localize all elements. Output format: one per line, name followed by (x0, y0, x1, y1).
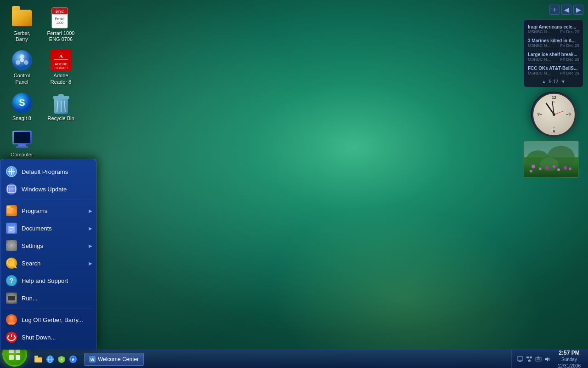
svg-point-6 (20, 54, 24, 59)
menu-item-documents[interactable]: Documents ▶ (0, 219, 96, 237)
welcome-center-icon: W (89, 356, 96, 362)
svg-rect-94 (517, 356, 523, 361)
svg-point-75 (557, 168, 560, 171)
svg-rect-103 (537, 358, 540, 360)
quick-launch-folder[interactable] (34, 354, 44, 364)
menu-item-run[interactable]: Run... (0, 289, 96, 307)
tray-icon-volume[interactable] (544, 356, 551, 363)
tray-icon-monitor[interactable] (516, 356, 524, 363)
tray-icon-network2[interactable] (535, 356, 542, 363)
taskbar-program-welcome-center[interactable]: W Welcome Center (84, 353, 144, 366)
clock-widget: 12 3 6 9 (531, 91, 577, 137)
icon-ferrari-pdf[interactable]: PDF Ferrari 1000 Ferrari 1000ENG 0706 (44, 5, 78, 45)
news-item-3[interactable]: FCC OKs AT&T-BellS... MSNBC N... Fri Dec… (527, 64, 580, 77)
icon-snagit-label: SnagIt 8 (12, 115, 31, 121)
default-programs-icon (6, 166, 17, 177)
widget-next-button[interactable]: ▶ (573, 5, 583, 15)
menu-item-default-programs[interactable]: Default Programs (0, 163, 96, 180)
svg-rect-104 (537, 356, 539, 358)
svg-point-7 (16, 60, 20, 65)
icon-computer[interactable]: Computer (5, 126, 39, 160)
svg-rect-96 (518, 362, 522, 362)
menu-item-help-support[interactable]: ? Help and Support (0, 272, 96, 289)
news-items-container: Iraqi Americans cele... MSNBC N... Fri D… (527, 23, 580, 77)
svg-point-72 (539, 167, 542, 170)
svg-rect-97 (526, 356, 529, 358)
icon-recycle-bin[interactable]: Recycle Bin (44, 90, 78, 124)
adobe-icon: A ADOBE READER (50, 49, 72, 71)
svg-text:S: S (19, 98, 25, 108)
svg-marker-105 (545, 357, 548, 362)
menu-item-settings[interactable]: Settings ▶ (0, 237, 96, 254)
news-source-2: MSNBC N... Fri Dec 29 (528, 57, 579, 62)
news-headline-3: FCC OKs AT&T-BellS... (528, 66, 579, 71)
recycle-bin-icon (50, 92, 72, 114)
start-menu: Default Programs Windows Update (0, 159, 96, 350)
menu-item-windows-update[interactable]: Windows Update (0, 180, 96, 198)
icon-gerber-folder[interactable]: Gerber, Barry (5, 5, 39, 45)
svg-point-69 (547, 146, 575, 169)
svg-text:Ferrari: Ferrari (55, 17, 64, 20)
tray-icon-network[interactable] (526, 356, 533, 363)
svg-rect-50 (8, 300, 15, 301)
svg-text:9: 9 (537, 112, 540, 116)
news-headline-2: Large ice shelf break... (528, 52, 579, 57)
svg-point-76 (564, 166, 567, 170)
shutdown-icon (6, 332, 17, 343)
menu-label-search: Search (22, 260, 90, 267)
control-panel-icon (11, 49, 33, 71)
news-widget: Iraqi Americans cele... MSNBC N... Fri D… (524, 19, 583, 87)
menu-label-run: Run... (22, 295, 90, 302)
svg-line-100 (527, 358, 529, 360)
widget-add-button[interactable]: + (549, 5, 560, 15)
news-source-3: MSNBC N... Fri Dec 29 (528, 71, 579, 75)
menu-item-logoff[interactable]: Log Off Gerber, Barry... (0, 311, 96, 328)
quick-launch-shield[interactable]: ✓ (57, 354, 67, 364)
quick-launch-bar: ✓ e (30, 354, 82, 364)
svg-text:6: 6 (553, 129, 555, 133)
svg-point-70 (540, 157, 559, 171)
news-source-0: MSNBC N... Fri Dec 29 (528, 29, 579, 34)
quick-launch-ie2[interactable]: e (68, 354, 78, 364)
quick-launch-ie[interactable] (45, 354, 55, 364)
svg-line-44 (13, 264, 16, 268)
svg-rect-35 (7, 206, 11, 208)
news-item-1[interactable]: 3 Marines killed in A... MSNBC N... Fri … (527, 36, 580, 50)
desktop-icons: Gerber, Barry PDF Ferrari 1000 Ferrari 1… (5, 5, 78, 160)
menu-item-search[interactable]: Search ▶ (0, 254, 96, 272)
icon-control-panel[interactable]: ControlPanel (5, 47, 39, 87)
pdf-icon: PDF Ferrari 1000 (50, 7, 72, 29)
menu-label-documents: Documents (22, 225, 90, 232)
svg-text:W: W (90, 357, 95, 362)
news-headline-1: 3 Marines killed in A... (528, 38, 579, 43)
icon-snagit[interactable]: S SnagIt 8 (5, 90, 39, 124)
menu-label-settings: Settings (22, 242, 90, 249)
help-support-icon: ? (6, 275, 17, 286)
svg-rect-12 (54, 59, 68, 60)
svg-text:e: e (72, 357, 74, 362)
news-item-2[interactable]: Large ice shelf break... MSNBC N... Fri … (527, 50, 580, 64)
menu-item-programs[interactable]: Programs ▶ (0, 202, 96, 219)
tray-icons (516, 356, 551, 363)
svg-rect-36 (12, 210, 16, 213)
search-icon (6, 258, 17, 269)
menu-item-shutdown[interactable]: Shut Down... (0, 328, 96, 346)
news-item-0[interactable]: Iraqi Americans cele... MSNBC N... Fri D… (527, 23, 580, 36)
icon-adobe-reader[interactable]: A ADOBE READER AdobeReader 8 (44, 47, 78, 87)
logoff-icon (6, 314, 17, 325)
taskbar-program-welcome-label: Welcome Center (98, 356, 139, 362)
svg-text:READER: READER (54, 66, 68, 69)
menu-separator-1 (4, 200, 92, 200)
news-nav-prev[interactable]: ▲ (542, 79, 546, 84)
svg-rect-31 (7, 186, 16, 192)
icon-ferrari-label: Ferrari 1000ENG 0706 (47, 30, 75, 42)
icon-computer-label: Computer (11, 152, 33, 158)
widget-prev-button[interactable]: ◀ (561, 5, 571, 15)
svg-rect-19 (58, 94, 64, 97)
menu-label-logoff: Log Off Gerber, Barry... (22, 316, 90, 323)
svg-point-77 (530, 170, 532, 172)
clock-display[interactable]: 2:57 PM Sunday 12/31/2006 (555, 348, 583, 368)
news-nav: ▲ 9-12 ▼ (527, 79, 580, 84)
news-nav-next[interactable]: ▼ (561, 79, 565, 84)
icon-recycle-label: Recycle Bin (47, 115, 74, 121)
